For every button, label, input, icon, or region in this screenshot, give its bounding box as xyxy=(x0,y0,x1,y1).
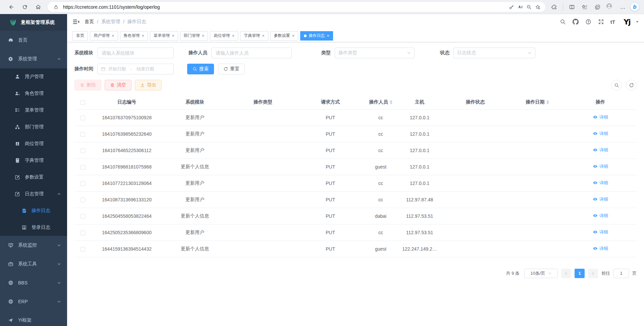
reset-button[interactable]: 重置 xyxy=(218,64,245,74)
clear-button[interactable]: 清空 xyxy=(105,80,131,90)
user-avatar[interactable]: Yj xyxy=(621,16,633,27)
sidebar-item-yi-framework[interactable]: Yi框架 xyxy=(0,311,67,326)
sidebar-item-menu-mgmt[interactable]: 菜单管理 xyxy=(0,102,67,119)
sidebar-item-system-monitor[interactable]: 系统监控 xyxy=(0,236,67,255)
operator-label: 操作人员 xyxy=(189,50,207,56)
detail-link[interactable]: 详细 xyxy=(593,131,608,137)
row-checkbox[interactable] xyxy=(80,116,85,120)
tab-param-settings[interactable]: 参数设置× xyxy=(270,31,299,41)
add-favorite-icon[interactable] xyxy=(533,3,542,11)
bing-copilot-icon[interactable]: b xyxy=(630,2,639,11)
profile-avatar[interactable] xyxy=(605,2,615,12)
type-select[interactable]: 操作类型 xyxy=(335,48,415,58)
tab-post-mgmt[interactable]: 岗位管理× xyxy=(210,31,238,41)
close-icon[interactable]: × xyxy=(292,34,295,38)
breadcrumb-system-mgmt[interactable]: 系统管理 xyxy=(101,19,120,25)
collections-icon[interactable] xyxy=(592,2,603,12)
tab-dept-mgmt[interactable]: 部门管理× xyxy=(180,31,208,41)
close-icon[interactable]: × xyxy=(262,34,265,38)
sidebar-item-post-mgmt[interactable]: 岗位管理 xyxy=(0,135,67,152)
address-bar[interactable]: https://ccnetcore.com:1101/system/log/op… xyxy=(48,2,545,12)
sidebar-item-login-log[interactable]: 登录日志 xyxy=(0,219,67,236)
extensions-icon[interactable] xyxy=(549,2,559,12)
sidebar-item-oper-log[interactable]: 操作日志 xyxy=(0,202,67,219)
operator-input[interactable] xyxy=(211,48,292,58)
tab-user-mgmt[interactable]: 用户管理× xyxy=(90,31,118,41)
detail-link[interactable]: 详细 xyxy=(593,246,608,252)
detail-link[interactable]: 详细 xyxy=(593,164,608,170)
status-select[interactable]: 日志状态 xyxy=(453,48,535,58)
detail-link[interactable]: 详细 xyxy=(593,147,608,153)
close-icon[interactable]: × xyxy=(142,34,145,38)
tab-home[interactable]: 首页 xyxy=(72,31,88,41)
sidebar-item-dict-mgmt[interactable]: 字典管理 xyxy=(0,152,67,169)
search-icon[interactable] xyxy=(559,18,566,25)
refresh-table-button[interactable] xyxy=(626,80,637,90)
split-screen-icon[interactable] xyxy=(567,2,577,12)
export-button[interactable]: 导出 xyxy=(135,80,162,90)
row-checkbox[interactable] xyxy=(80,198,85,202)
sidebar-item-system-tools[interactable]: 系统工具 xyxy=(0,255,67,273)
read-aloud-icon[interactable] xyxy=(516,3,525,11)
col-date[interactable]: 操作日期 xyxy=(511,95,564,109)
detail-link[interactable]: 详细 xyxy=(593,229,608,235)
zoom-out-icon[interactable] xyxy=(525,3,533,11)
sort-carets-icon[interactable] xyxy=(390,100,392,104)
detail-link[interactable]: 详细 xyxy=(593,180,608,186)
col-operator[interactable]: 操作人员 xyxy=(362,95,399,109)
avatar-caret-icon[interactable] xyxy=(636,21,639,23)
close-icon[interactable]: × xyxy=(112,34,114,38)
close-icon[interactable]: × xyxy=(327,34,329,38)
reload-icon[interactable] xyxy=(19,2,30,12)
fullscreen-icon[interactable] xyxy=(598,18,604,25)
sidebar-item-erp[interactable]: ERP xyxy=(0,292,67,311)
row-checkbox[interactable] xyxy=(80,247,85,252)
row-checkbox[interactable] xyxy=(80,132,85,137)
module-input[interactable] xyxy=(97,48,174,58)
detail-link[interactable]: 详细 xyxy=(593,213,608,219)
sort-carets-icon[interactable] xyxy=(546,100,549,104)
sidebar-collapse-icon[interactable] xyxy=(72,18,80,25)
search-button[interactable]: 搜索 xyxy=(187,64,214,74)
row-checkbox[interactable] xyxy=(80,148,85,153)
row-checkbox[interactable] xyxy=(80,181,85,186)
tab-dict-mgmt[interactable]: 字典管理× xyxy=(240,31,268,41)
password-key-icon[interactable] xyxy=(507,3,516,11)
back-icon[interactable] xyxy=(6,2,17,12)
sidebar-item-dept-mgmt[interactable]: 部门管理 xyxy=(0,119,67,135)
sidebar-item-system-mgmt[interactable]: 系统管理 xyxy=(0,50,67,68)
detail-link[interactable]: 详细 xyxy=(593,196,608,202)
tab-oper-log[interactable]: 操作日志× xyxy=(300,31,333,41)
select-all-checkbox[interactable] xyxy=(80,100,85,105)
favorites-bar-icon[interactable] xyxy=(579,2,590,12)
sidebar-item-home[interactable]: 首页 xyxy=(0,31,67,50)
url-text[interactable]: https://ccnetcore.com:1101/system/log/op… xyxy=(60,4,507,10)
detail-link[interactable]: 详细 xyxy=(593,114,608,120)
sidebar-item-role-mgmt[interactable]: 角色管理 xyxy=(0,85,67,102)
sidebar-item-param-settings[interactable]: 参数设置 xyxy=(0,169,67,186)
home-icon[interactable] xyxy=(33,2,44,12)
sidebar-item-user-mgmt[interactable]: 用户管理 xyxy=(0,68,67,85)
close-icon[interactable]: × xyxy=(172,34,174,38)
lock-icon[interactable] xyxy=(52,3,60,11)
github-icon[interactable] xyxy=(572,18,579,25)
row-checkbox[interactable] xyxy=(80,165,85,170)
tab-role-mgmt[interactable]: 角色管理× xyxy=(120,31,148,41)
breadcrumb-home[interactable]: 首页 xyxy=(85,19,94,25)
more-menu-icon[interactable]: … xyxy=(618,2,628,12)
sidebar-item-log-mgmt[interactable]: 日志管理 xyxy=(0,186,67,202)
goto-page-input[interactable] xyxy=(613,269,629,278)
font-size-icon[interactable]: tT xyxy=(610,19,615,25)
sidebar-item-bbs[interactable]: BBS xyxy=(0,273,67,292)
page-number-1[interactable]: 1 xyxy=(575,269,585,278)
help-icon[interactable] xyxy=(585,18,592,25)
show-search-button[interactable] xyxy=(611,80,622,90)
page-size-select[interactable]: 10条/页 xyxy=(524,269,558,278)
row-checkbox[interactable] xyxy=(80,214,85,219)
tab-menu-mgmt[interactable]: 菜单管理× xyxy=(150,31,178,41)
row-checkbox[interactable] xyxy=(80,231,85,235)
date-range-picker[interactable]: 开始日期 - 结束日期 xyxy=(97,64,174,74)
app-logo[interactable]: 意框架管理系统 xyxy=(0,14,67,31)
close-icon[interactable]: × xyxy=(232,34,234,38)
close-icon[interactable]: × xyxy=(202,34,205,38)
